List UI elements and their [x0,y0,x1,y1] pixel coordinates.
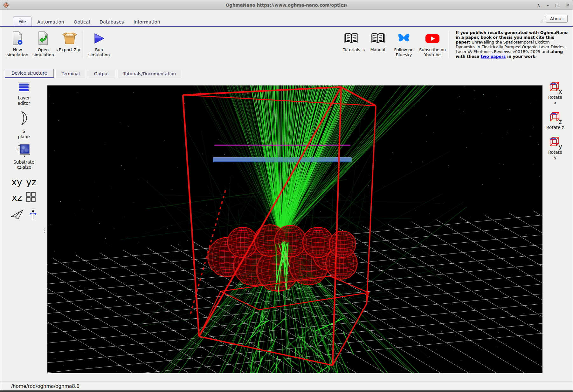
view-xy-button[interactable]: xy [11,178,22,187]
rotate-rail: x Rotate x z Rotate z y [542,78,573,382]
menu-tab-databases[interactable]: Databases [96,17,128,27]
toolbar-separator [450,31,450,58]
menu-tab-information[interactable]: Information [130,17,164,27]
paper-plane-icon[interactable] [10,209,24,221]
app-window: OghmaNano https://www.oghma-nano.com/opt… [0,0,573,392]
3d-viewport[interactable] [47,85,542,373]
menu-tab-automation[interactable]: Automation [33,17,68,27]
tutorials-dropdown-caret-icon[interactable]: ▾ [363,48,365,52]
minimize-button[interactable]: – [547,0,549,10]
device-structure-page: Layer editor S plane xz Substrate xz-siz… [0,78,573,382]
substrate-image-icon: xz [17,144,31,158]
run-play-icon [93,31,105,46]
layer-editor-button[interactable]: Layer editor [15,82,33,106]
new-simulation-button[interactable]: New simulation [5,30,30,57]
svg-text:z: z [24,154,25,157]
rotate-x-button[interactable]: x Rotate x [545,81,565,105]
left-tool-rail: Layer editor S plane xz Substrate xz-siz… [0,78,47,382]
pane-splitter-handle[interactable] [43,225,45,236]
status-bar: /home/rod/oghma/oghma8.0 [0,382,573,391]
layer-editor-icon [18,82,30,94]
manual-button[interactable]: Manual [366,30,390,52]
s-plane-button[interactable]: S plane [16,111,32,139]
tab-device-structure[interactable]: Device structure [5,69,54,78]
citation-text: If you publish results generated with Og… [456,30,570,59]
rotate-z-button[interactable]: z Rotate z [545,111,565,130]
page-tab-strip: Device structure Terminal Output Tutoria… [0,61,573,78]
s-plane-lens-icon [19,111,29,127]
tab-output[interactable]: Output [88,70,115,78]
rotate-cube-z-icon [549,111,560,124]
about-button[interactable]: About [546,15,568,23]
view-xz-button[interactable]: xz [12,193,22,202]
youtube-icon [425,31,440,46]
app-icon [3,2,9,8]
rotate-cube-x-icon [548,81,560,94]
ribbon-toolbar: New simulation Open simulation ▾ Export … [0,27,573,61]
bluesky-button[interactable]: Follow on Bluesky [390,30,418,57]
open-simulation-button[interactable]: Open simulation [30,30,56,57]
export-zip-box-icon [62,31,77,46]
rotate-cube-y-icon [548,136,560,149]
tutorials-button[interactable]: Tutorials [340,30,363,52]
tab-tutorials-documentation[interactable]: Tutorials/Documentation [117,70,182,78]
view-yz-button[interactable]: yz [26,178,36,187]
rotate-axis-icon[interactable] [29,209,37,221]
menu-bar: File Automation Optical Databases Inform… [0,10,573,27]
new-document-plus-icon [12,31,23,46]
manual-book-icon [371,31,385,46]
two-papers-link[interactable]: two papers [481,54,506,59]
shade-button[interactable]: ∧ [537,0,540,10]
rotate-y-button[interactable]: y Rotate y [545,136,565,160]
open-dropdown-caret-icon[interactable]: ▾ [56,48,58,52]
tutorials-book-icon [344,31,358,46]
window-title: OghmaNano https://www.oghma-nano.com/opt… [0,3,573,8]
close-button[interactable]: ✕ [566,0,570,10]
resize-grip-icon [539,18,543,24]
grid-2x2-icon[interactable] [26,192,36,203]
status-path: /home/rod/oghma/oghma8.0 [11,383,79,389]
youtube-button[interactable]: Subscribe on Youtube [418,30,447,57]
title-bar: OghmaNano https://www.oghma-nano.com/opt… [0,0,573,10]
run-simulation-button[interactable]: Run simulation [86,30,113,57]
open-document-arrow-icon [38,31,49,46]
substrate-xz-size-button[interactable]: xz Substrate xz-size [11,144,37,170]
menu-tab-file[interactable]: File [13,17,31,27]
menu-tab-optical[interactable]: Optical [70,17,94,27]
export-zip-button[interactable]: Export Zip [59,30,80,52]
maximize-button[interactable]: □ [555,0,559,10]
svg-text:x: x [17,148,19,151]
toolbar-separator [83,31,83,58]
bluesky-butterfly-icon [397,31,410,46]
tab-terminal[interactable]: Terminal [55,70,86,78]
